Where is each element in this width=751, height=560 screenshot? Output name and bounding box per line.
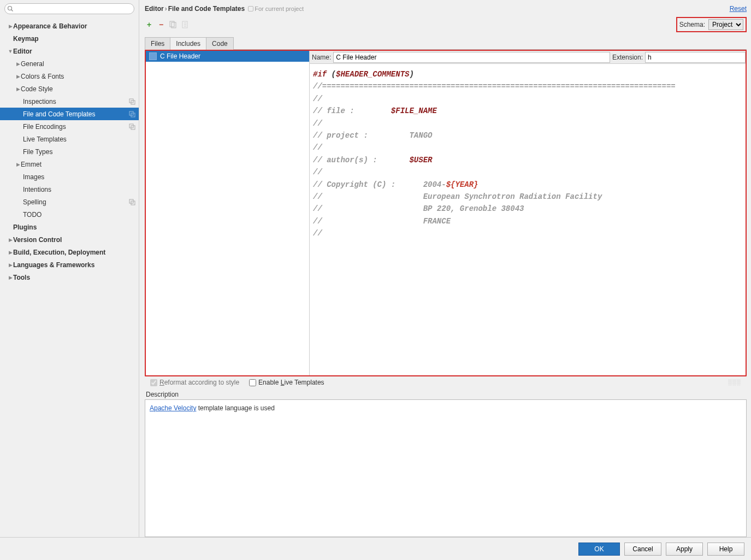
schema-dropdown[interactable]: Project	[708, 19, 743, 30]
include-item-label: C File Header	[160, 52, 200, 60]
ok-button[interactable]: OK	[578, 543, 620, 556]
name-label: Name:	[310, 54, 333, 61]
tree-inspections[interactable]: Inspections	[0, 95, 139, 108]
scope-note: For current project	[248, 5, 304, 12]
scope-icon	[129, 98, 135, 105]
settings-search-input[interactable]	[4, 3, 134, 14]
reset-link[interactable]: Reset	[730, 5, 747, 13]
tab-code[interactable]: Code	[206, 37, 234, 50]
resize-gripper[interactable]: ░░░	[728, 379, 741, 385]
dialog-footer: OK Cancel Apply Help	[0, 537, 751, 560]
tree-file-code-templates[interactable]: File and Code Templates	[0, 108, 139, 120]
tree-keymap[interactable]: Keymap	[0, 32, 139, 45]
settings-tree: ▶Appearance & Behavior Keymap ▼Editor ▶G…	[0, 17, 139, 537]
settings-sidebar: ▶Appearance & Behavior Keymap ▼Editor ▶G…	[0, 0, 139, 537]
tree-version-control[interactable]: ▶Version Control	[0, 233, 139, 246]
tree-spelling[interactable]: Spelling	[0, 196, 139, 208]
scope-icon	[129, 199, 135, 205]
templates-toolbar: + − Schema: Project	[145, 17, 747, 32]
template-code-editor[interactable]: #if ($HEADER_COMMENTS) //===============…	[310, 64, 746, 375]
tab-files[interactable]: Files	[145, 37, 170, 50]
add-button[interactable]: +	[145, 20, 153, 29]
scope-icon	[129, 111, 135, 117]
tree-live-templates[interactable]: Live Templates	[0, 133, 139, 145]
template-extension-input[interactable]	[645, 52, 746, 63]
template-name-row: Name: Extension:	[310, 51, 746, 64]
tree-plugins[interactable]: Plugins	[0, 221, 139, 233]
editor-pane: Name: Extension: #if ($HEADER_COMMENTS) …	[310, 51, 746, 375]
tree-code-style[interactable]: ▶Code Style	[0, 82, 139, 95]
live-templates-checkbox-label[interactable]: Enable Live Templates	[249, 379, 324, 386]
content-pane: Editor›File and Code Templates For curre…	[139, 0, 751, 537]
apply-button[interactable]: Apply	[666, 543, 703, 556]
include-item-c-file-header[interactable]: C File Header	[146, 51, 309, 62]
tree-file-encodings[interactable]: File Encodings	[0, 120, 139, 133]
extension-label: Extension:	[610, 54, 645, 61]
tree-languages[interactable]: ▶Languages & Frameworks	[0, 258, 139, 271]
tree-file-types[interactable]: File Types	[0, 145, 139, 158]
tree-todo[interactable]: TODO	[0, 208, 139, 221]
help-button[interactable]: Help	[707, 543, 744, 556]
tree-colors-fonts[interactable]: ▶Colors & Fonts	[0, 70, 139, 82]
schema-selector-highlight: Schema: Project	[676, 17, 747, 32]
tree-appearance-behavior[interactable]: ▶Appearance & Behavior	[0, 20, 139, 32]
reformat-checkbox-label[interactable]: Reformat according to style	[150, 379, 239, 386]
tree-build[interactable]: ▶Build, Execution, Deployment	[0, 246, 139, 258]
live-templates-checkbox[interactable]	[249, 379, 256, 386]
cancel-button[interactable]: Cancel	[624, 543, 661, 556]
tree-intentions[interactable]: Intentions	[0, 183, 139, 196]
tab-includes[interactable]: Includes	[170, 37, 206, 50]
tree-editor[interactable]: ▼Editor	[0, 45, 139, 57]
schema-label: Schema:	[679, 21, 705, 28]
tree-general[interactable]: ▶General	[0, 57, 139, 70]
tree-emmet[interactable]: ▶Emmet	[0, 158, 139, 170]
breadcrumb: Editor›File and Code Templates	[145, 5, 245, 13]
editor-options-row: Reformat according to style Enable Live …	[145, 376, 747, 387]
editor-highlight-box: C File Header Name: Extension: #if ($HEA…	[145, 50, 747, 376]
template-tabs: Files Includes Code	[145, 34, 747, 49]
copy-button[interactable]	[169, 20, 178, 29]
breadcrumb-row: Editor›File and Code Templates For curre…	[145, 0, 747, 17]
includes-list[interactable]: C File Header	[146, 51, 310, 375]
tree-tools[interactable]: ▶Tools	[0, 271, 139, 284]
description-label: Description	[145, 387, 747, 399]
scope-icon	[129, 123, 135, 130]
reset-template-button[interactable]	[181, 20, 190, 29]
reformat-checkbox	[150, 379, 157, 386]
apache-velocity-link[interactable]: Apache Velocity	[150, 404, 196, 412]
description-box: Apache Velocity template language is use…	[145, 399, 747, 537]
tree-images[interactable]: Images	[0, 170, 139, 183]
template-name-input[interactable]	[333, 52, 610, 63]
file-icon	[149, 52, 157, 60]
remove-button[interactable]: −	[157, 20, 165, 29]
description-text: template language is used	[196, 404, 274, 412]
